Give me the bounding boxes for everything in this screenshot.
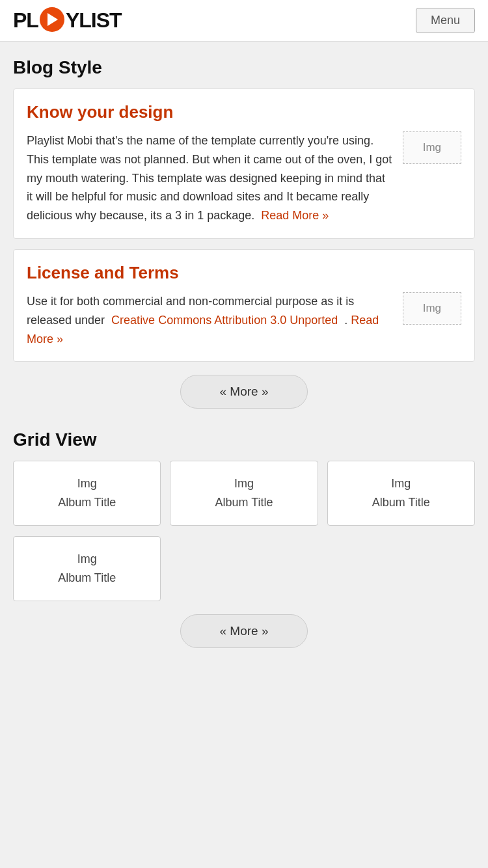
- blog-more-container: « More »: [13, 375, 475, 409]
- grid-item-4[interactable]: Img Album Title: [13, 536, 161, 601]
- post-1-read-more[interactable]: Read More »: [261, 209, 329, 222]
- post-2-title: License and Terms: [27, 263, 461, 283]
- grid-item-3-label: Album Title: [334, 493, 468, 512]
- post-1-body: Playlist Mobi that's the name of the tem…: [27, 131, 392, 225]
- grid-row-1: Img Album Title Img Album Title Img Albu…: [13, 461, 475, 526]
- blog-more-button[interactable]: « More »: [180, 375, 308, 409]
- grid-section-title: Grid View: [13, 429, 475, 450]
- grid-item-2[interactable]: Img Album Title: [170, 461, 318, 526]
- menu-button[interactable]: Menu: [416, 8, 475, 33]
- grid-section: Grid View Img Album Title Img Album Titl…: [13, 429, 475, 647]
- post-1-text: Playlist Mobi that's the name of the tem…: [27, 134, 392, 222]
- play-icon: [40, 7, 64, 32]
- grid-row-2: Img Album Title: [13, 536, 475, 601]
- post-1-image: Img: [403, 131, 461, 164]
- blog-post-1: Know your design Img Playlist Mobi that'…: [13, 88, 475, 239]
- blog-section: Blog Style Know your design Img Playlist…: [13, 57, 475, 409]
- grid-item-1-img: Img: [20, 474, 154, 493]
- post-2-image: Img: [403, 292, 461, 325]
- post-2-cc-link[interactable]: Creative Commons Attribution 3.0 Unporte…: [111, 314, 338, 327]
- grid-item-4-label: Album Title: [20, 569, 154, 588]
- blog-section-title: Blog Style: [13, 57, 475, 78]
- grid-item-4-img: Img: [20, 550, 154, 569]
- logo: PL YLIST: [13, 8, 122, 33]
- grid-item-3[interactable]: Img Album Title: [327, 461, 475, 526]
- blog-post-2: License and Terms Img Use it for both co…: [13, 249, 475, 362]
- post-2-body: Use it for both commercial and non-comme…: [27, 292, 392, 348]
- grid-item-2-img: Img: [177, 474, 310, 493]
- post-1-title: Know your design: [27, 102, 461, 122]
- grid-item-1-label: Album Title: [20, 493, 154, 512]
- grid-more-container: « More »: [13, 614, 475, 648]
- grid-item-3-img: Img: [334, 474, 468, 493]
- grid-item-1[interactable]: Img Album Title: [13, 461, 161, 526]
- grid-more-button[interactable]: « More »: [180, 614, 308, 648]
- grid-item-2-label: Album Title: [177, 493, 310, 512]
- main-content: Blog Style Know your design Img Playlist…: [0, 42, 488, 685]
- logo-post: YLIST: [66, 8, 122, 33]
- logo-pre: PL: [13, 8, 38, 33]
- header: PL YLIST Menu: [0, 0, 488, 42]
